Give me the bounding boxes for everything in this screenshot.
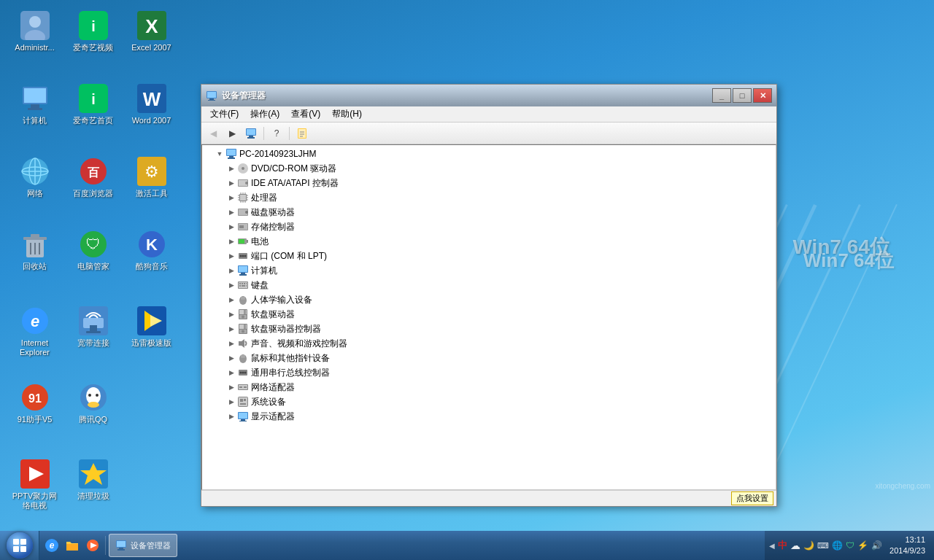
- svg-rect-55: [209, 98, 214, 100]
- tree-display[interactable]: ▶ 显示适配器: [202, 409, 776, 424]
- svg-text:i: i: [91, 18, 96, 34]
- close-button[interactable]: ✕: [753, 88, 772, 103]
- tree-net[interactable]: ▶ 网络适配器: [202, 380, 776, 394]
- tray-thunder[interactable]: ⚡: [857, 540, 868, 551]
- menu-help[interactable]: 帮助(H): [326, 106, 368, 122]
- tree-root[interactable]: ▼ PC-20140923LJHM: [202, 147, 776, 161]
- tree-ide[interactable]: ▶ IDE ATA/ATAPI 控制器: [202, 176, 776, 190]
- desktop-icon-jihuo[interactable]: ⚙ 激活工具: [124, 153, 179, 202]
- desktop-icon-admin[interactable]: Administr...: [7, 7, 62, 56]
- tree-battery-label: 电池: [251, 236, 269, 248]
- start-button[interactable]: [0, 531, 39, 560]
- tree-expand-battery[interactable]: ▶: [225, 236, 237, 247]
- svg-text:⚙: ⚙: [144, 163, 159, 181]
- tree-computer2[interactable]: ▶ 计算机: [202, 263, 776, 278]
- tree-expand-storage[interactable]: ▶: [225, 221, 237, 233]
- tree-mouse[interactable]: ▶ 鼠标和其他指针设备: [202, 351, 776, 365]
- tree-battery[interactable]: ▶ 电池: [202, 234, 776, 249]
- tree-expand-disk[interactable]: ▶: [225, 206, 237, 218]
- tray-expand[interactable]: ◀: [769, 542, 775, 550]
- tree-port[interactable]: ▶ 端口 (COM 和 LPT): [202, 249, 776, 263]
- svg-text:i: i: [91, 91, 96, 107]
- tree-expand-floppy[interactable]: ▶: [225, 308, 237, 320]
- tree-sys[interactable]: ▶ 系统设备: [202, 394, 776, 409]
- tree-dvd[interactable]: ▶ DVD/CD-ROM 驱动器: [202, 161, 776, 176]
- toolbar-help[interactable]: ?: [268, 125, 285, 141]
- tree-storage[interactable]: ▶ 存储控制器: [202, 219, 776, 234]
- desktop-icon-91[interactable]: 91 91助手V5: [7, 379, 62, 428]
- desktop-icon-excel[interactable]: X Excel 2007: [124, 7, 179, 56]
- desktop-icon-xunlei[interactable]: 迅雷极速版: [124, 303, 179, 351]
- tree-hid[interactable]: ▶ 人体学输入设备: [202, 292, 776, 307]
- desktop-icon-ie[interactable]: e Internet Explorer: [7, 303, 62, 361]
- maximize-button[interactable]: □: [733, 88, 752, 103]
- desktop-icon-qq[interactable]: 腾讯QQ: [66, 379, 120, 428]
- ql-media[interactable]: [83, 536, 102, 555]
- desktop-icon-pcmgr[interactable]: 🛡 电脑管家: [66, 226, 120, 275]
- menu-view[interactable]: 查看(V): [285, 106, 326, 122]
- tray-cloud[interactable]: ☁: [790, 540, 800, 551]
- desktop-icon-pptv[interactable]: PPTV聚力网络电视: [7, 456, 62, 514]
- desktop-icon-baidu[interactable]: 百 百度浏览器: [66, 153, 120, 202]
- tree-expand-dvd[interactable]: ▶: [225, 163, 237, 174]
- tray-shield[interactable]: 🛡: [846, 540, 854, 551]
- toolbar-up[interactable]: [242, 125, 260, 141]
- tree-port-label: 端口 (COM 和 LPT): [251, 250, 327, 262]
- toolbar-props[interactable]: [293, 125, 311, 141]
- tree-keyboard[interactable]: ▶ 键盘: [202, 278, 776, 292]
- tree-floppy-ctrl[interactable]: ▶ 软盘驱动器控制器: [202, 322, 776, 336]
- tree-expand-port[interactable]: ▶: [225, 250, 237, 262]
- tree-expand-cpu[interactable]: ▶: [225, 192, 237, 203]
- svg-point-127: [242, 330, 244, 333]
- tree-expand-sys[interactable]: ▶: [225, 396, 237, 408]
- tree-expand-keyboard[interactable]: ▶: [225, 279, 237, 291]
- toolbar-forward[interactable]: ▶: [223, 125, 241, 141]
- win7-text: Win7 64位: [803, 248, 894, 273]
- tree-expand-hid[interactable]: ▶: [225, 294, 237, 306]
- toolbar-back[interactable]: ◀: [204, 125, 222, 141]
- tree-expand-display[interactable]: ▶: [225, 411, 237, 422]
- menu-file[interactable]: 文件(F): [204, 106, 244, 122]
- tray-keyboard[interactable]: ⌨: [817, 541, 829, 551]
- tree-disk[interactable]: ▶ 磁盘驱动器: [202, 205, 776, 219]
- tree-expand-sound[interactable]: ▶: [225, 338, 237, 349]
- mouse-icon: [237, 352, 249, 364]
- storage-icon: [237, 221, 249, 233]
- tree-sound[interactable]: ▶ 声音、视频和游戏控制器: [202, 336, 776, 351]
- desktop-icon-broadband[interactable]: 宽带连接: [66, 303, 120, 351]
- tree-hid-label: 人体学输入设备: [251, 294, 312, 306]
- desktop-icon-recycle[interactable]: 回收站: [7, 226, 62, 275]
- ql-ie[interactable]: e: [42, 536, 61, 555]
- desktop-icon-kugou[interactable]: K 酷狗音乐: [124, 226, 179, 275]
- tree-expand-net[interactable]: ▶: [225, 381, 237, 393]
- svg-rect-94: [239, 225, 244, 228]
- tray-network[interactable]: 🌐: [832, 540, 843, 551]
- tree-serial[interactable]: ▶ 通用串行总线控制器: [202, 365, 776, 380]
- tree-expand-floppy-ctrl[interactable]: ▶: [225, 323, 237, 335]
- desktop-icon-network[interactable]: 网络: [7, 153, 62, 202]
- tree-expand-computer2[interactable]: ▶: [225, 265, 237, 276]
- device-tree[interactable]: ▼ PC-20140923LJHM ▶: [201, 144, 776, 490]
- desktop-icon-computer[interactable]: 计算机: [7, 80, 62, 129]
- statusbar-hint[interactable]: 点我设置: [731, 491, 773, 505]
- tray-sogou[interactable]: 中: [778, 539, 787, 552]
- window-content: ▼ PC-20140923LJHM ▶: [201, 144, 776, 490]
- desktop-icon-iqiyi2[interactable]: i 爱奇艺首页: [66, 80, 120, 129]
- tree-expand-root[interactable]: ▼: [214, 148, 225, 160]
- taskbar-device-manager[interactable]: 设备管理器: [109, 534, 177, 557]
- tree-expand-mouse[interactable]: ▶: [225, 352, 237, 364]
- ql-folder[interactable]: [63, 536, 82, 555]
- minimize-button[interactable]: _: [712, 88, 731, 103]
- tree-cpu[interactable]: ▶: [202, 190, 776, 205]
- keyboard-icon: [237, 279, 249, 291]
- tree-expand-ide[interactable]: ▶: [225, 177, 237, 189]
- menu-action[interactable]: 操作(A): [244, 106, 285, 122]
- system-clock[interactable]: 13:11 2014/9/23: [885, 534, 930, 557]
- desktop-icon-iqiyi1[interactable]: i 爱奇艺视频: [66, 7, 120, 56]
- tree-floppy[interactable]: ▶ 软盘驱动器: [202, 307, 776, 322]
- desktop-icon-clean[interactable]: 清理垃圾: [66, 456, 120, 505]
- tree-expand-serial[interactable]: ▶: [225, 367, 237, 378]
- tray-sound[interactable]: 🔊: [871, 540, 882, 551]
- desktop-icon-word[interactable]: W Word 2007: [124, 80, 179, 129]
- tray-moon[interactable]: 🌙: [803, 540, 814, 551]
